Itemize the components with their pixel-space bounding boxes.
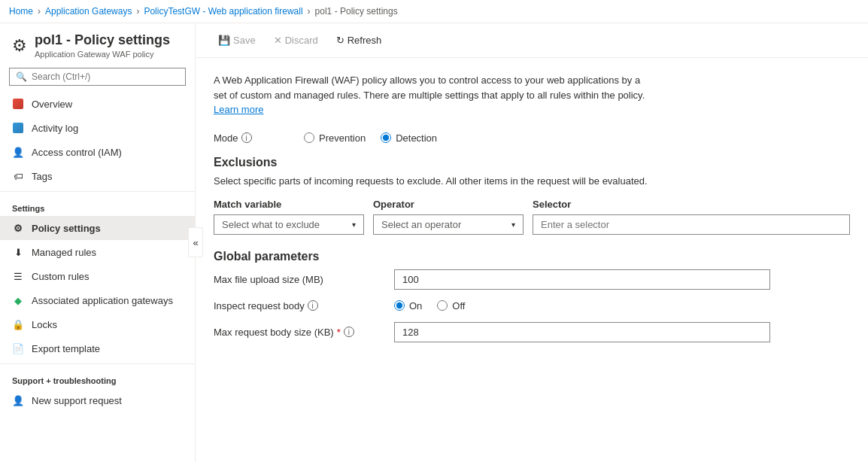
tags-icon: 🏷 [12, 170, 24, 182]
sidebar-subtitle: Application Gateway WAF policy [35, 50, 170, 59]
support-section-label: Support + troubleshooting [0, 367, 195, 388]
max-body-info-icon[interactable]: i [344, 327, 354, 337]
inspect-body-label: Inspect request body i [214, 300, 394, 312]
match-variable-chevron-icon: ▾ [352, 220, 356, 229]
collapse-chevron-icon: « [193, 237, 198, 248]
mode-detection-option[interactable]: Detection [381, 132, 437, 144]
match-variable-dropdown[interactable]: Select what to exclude ▾ [214, 214, 364, 235]
settings-section-label: Settings [0, 195, 195, 216]
max-body-value [394, 322, 770, 342]
custom-rules-icon: ☰ [12, 270, 24, 282]
max-upload-label: Max file upload size (MB) [214, 274, 394, 285]
breadcrumb-home[interactable]: Home [9, 6, 33, 17]
nav-divider-2 [0, 363, 195, 364]
breadcrumb-app-gateways[interactable]: Application Gateways [45, 6, 132, 17]
mode-row: Mode i Prevention Detection [214, 132, 850, 144]
exclusions-title: Exclusions [214, 156, 850, 169]
inspect-on-option[interactable]: On [394, 300, 422, 312]
managed-rules-icon: ⬇ [12, 246, 24, 258]
activity-icon [12, 122, 24, 134]
sidebar-header: ⚙ pol1 - Policy settings Application Gat… [0, 23, 195, 62]
sidebar-nav: Overview Activity log 👤 Access control (… [0, 92, 195, 461]
operator-placeholder: Select an operator [381, 219, 461, 230]
match-variable-header: Match variable [214, 199, 364, 210]
associated-gateways-icon: ◆ [12, 294, 24, 306]
mode-prevention-radio[interactable] [304, 132, 314, 143]
refresh-button[interactable]: ↻ Refresh [329, 31, 390, 50]
operator-chevron-icon: ▾ [511, 220, 515, 229]
mode-prevention-option[interactable]: Prevention [304, 132, 366, 144]
breadcrumb-current: pol1 - Policy settings [315, 6, 398, 17]
operator-dropdown[interactable]: Select an operator ▾ [373, 214, 524, 235]
toolbar: 💾 Save ✕ Discard ↻ Refresh [196, 23, 868, 58]
gear-icon: ⚙ [12, 36, 27, 56]
selector-input[interactable] [533, 214, 850, 235]
breadcrumb-sep-3: › [308, 6, 311, 17]
inspect-radio-group: On Off [394, 300, 465, 312]
overview-icon [12, 98, 24, 110]
breadcrumb-sep-2: › [136, 6, 139, 17]
operator-col: Select an operator ▾ [373, 214, 524, 235]
breadcrumb-policy-test-gw[interactable]: PolicyTestGW - Web application firewall [144, 6, 302, 17]
sidebar-item-export-template[interactable]: 📄 Export template [0, 336, 195, 360]
sidebar-item-policy-settings[interactable]: ⚙ Policy settings [0, 216, 195, 240]
nav-divider-1 [0, 191, 195, 192]
refresh-icon: ↻ [336, 35, 344, 46]
support-icon: 👤 [12, 394, 24, 406]
discard-button[interactable]: ✕ Discard [266, 31, 326, 50]
match-variable-col: Select what to exclude ▾ [214, 214, 364, 235]
inspect-on-radio[interactable] [394, 300, 405, 311]
search-icon: 🔍 [16, 71, 27, 82]
exclusions-description: Select specific parts of incoming reques… [214, 175, 650, 187]
mode-detection-radio[interactable] [381, 132, 391, 143]
save-button[interactable]: 💾 Save [211, 31, 263, 50]
sidebar: ⚙ pol1 - Policy settings Application Gat… [0, 23, 196, 461]
page-body: A Web Application Firewall (WAF) policy … [196, 58, 868, 368]
mode-label: Mode i [214, 132, 304, 144]
max-upload-row: Max file upload size (MB) [214, 269, 850, 290]
search-box[interactable]: 🔍 [9, 68, 186, 86]
search-input[interactable] [32, 71, 179, 82]
save-icon: 💾 [218, 35, 230, 46]
breadcrumb: Home › Application Gateways › PolicyTest… [0, 0, 868, 23]
max-upload-input[interactable] [394, 269, 770, 290]
policy-icon: ⚙ [12, 222, 24, 234]
sidebar-item-access-control[interactable]: 👤 Access control (IAM) [0, 140, 195, 164]
inspect-body-row: Inspect request body i On Off [214, 300, 850, 312]
discard-icon: ✕ [274, 35, 282, 46]
match-variable-placeholder: Select what to exclude [222, 219, 320, 230]
sidebar-title: pol1 - Policy settings [35, 32, 170, 48]
sidebar-collapse-button[interactable]: « [188, 227, 203, 257]
max-body-row: Max request body size (KB) * i [214, 322, 850, 342]
export-template-icon: 📄 [12, 342, 24, 354]
learn-more-link[interactable]: Learn more [214, 104, 263, 115]
exclusions-row: Select what to exclude ▾ Select an opera… [214, 214, 850, 235]
inspect-off-option[interactable]: Off [437, 300, 465, 312]
sidebar-item-overview[interactable]: Overview [0, 92, 195, 116]
sidebar-item-new-support-request[interactable]: 👤 New support request [0, 388, 195, 412]
sidebar-item-custom-rules[interactable]: ☰ Custom rules [0, 264, 195, 288]
sidebar-item-locks[interactable]: 🔒 Locks [0, 312, 195, 336]
sidebar-item-managed-rules[interactable]: ⬇ Managed rules [0, 240, 195, 264]
max-body-label: Max request body size (KB) * i [214, 327, 394, 338]
max-upload-value [394, 269, 770, 290]
mode-info-icon[interactable]: i [241, 132, 252, 143]
global-params-title: Global parameters [214, 250, 850, 263]
mode-radio-group: Prevention Detection [304, 132, 437, 144]
inspect-info-icon[interactable]: i [308, 300, 318, 311]
max-body-input[interactable] [394, 322, 770, 342]
description-text: A Web Application Firewall (WAF) policy … [214, 73, 650, 117]
sidebar-item-associated-gateways[interactable]: ◆ Associated application gateways [0, 288, 195, 312]
breadcrumb-sep-1: › [38, 6, 41, 17]
operator-header: Operator [373, 199, 524, 210]
access-icon: 👤 [12, 146, 24, 158]
global-params-section: Global parameters Max file upload size (… [214, 250, 850, 342]
selector-header: Selector [533, 199, 850, 210]
locks-icon: 🔒 [12, 318, 24, 330]
sidebar-item-activity-log[interactable]: Activity log [0, 116, 195, 140]
inspect-off-radio[interactable] [437, 300, 448, 311]
sidebar-item-tags[interactable]: 🏷 Tags [0, 164, 195, 188]
selector-col [533, 214, 850, 235]
exclusions-header: Match variable Operator Selector [214, 199, 850, 210]
main-content-area: 💾 Save ✕ Discard ↻ Refresh A Web Applica… [196, 23, 868, 461]
